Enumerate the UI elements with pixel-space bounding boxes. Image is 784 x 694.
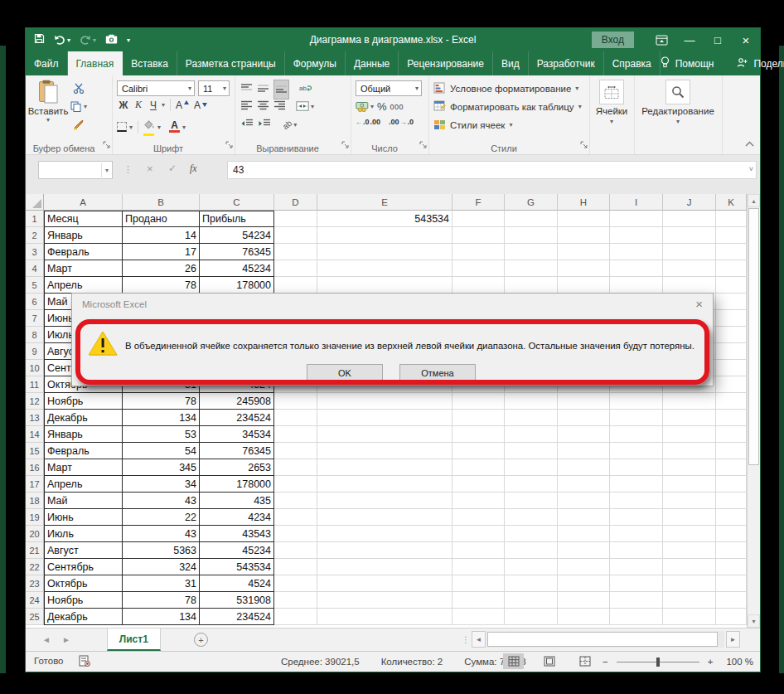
- cell[interactable]: [610, 559, 663, 575]
- cell[interactable]: 234524: [200, 410, 274, 426]
- next-sheet-icon[interactable]: ►: [62, 635, 70, 644]
- grow-font-button[interactable]: А: [176, 99, 188, 111]
- font-name-combo[interactable]: Calibri▾: [117, 80, 195, 96]
- cell[interactable]: [274, 592, 317, 609]
- zoom-slider-thumb[interactable]: [656, 658, 660, 667]
- borders-icon[interactable]: [117, 122, 127, 132]
- cell[interactable]: [558, 244, 610, 260]
- cell[interactable]: [558, 542, 610, 559]
- ribbon-tab[interactable]: Вид: [493, 51, 529, 75]
- number-format-combo[interactable]: Общий▾: [356, 80, 422, 96]
- cell[interactable]: [716, 526, 747, 542]
- sheet-tab[interactable]: Лист1: [107, 628, 161, 651]
- cell[interactable]: Ноябрь: [44, 393, 123, 410]
- cell[interactable]: Февраль: [44, 443, 123, 459]
- column-header[interactable]: E: [317, 194, 452, 211]
- zoom-slider[interactable]: [617, 662, 699, 662]
- cell[interactable]: 45234: [200, 260, 274, 277]
- cell[interactable]: [716, 327, 747, 343]
- cell[interactable]: [452, 493, 505, 509]
- cell[interactable]: [558, 227, 610, 244]
- cell[interactable]: [663, 443, 716, 459]
- row-header[interactable]: 24: [26, 592, 44, 609]
- cells-dropdown-icon[interactable]: ▾: [610, 118, 613, 125]
- cell[interactable]: [716, 393, 747, 410]
- cell[interactable]: [505, 542, 558, 559]
- cell[interactable]: 134: [123, 609, 200, 625]
- align-center-icon[interactable]: [258, 99, 269, 114]
- select-all-button[interactable]: [26, 194, 44, 211]
- cell[interactable]: [452, 227, 505, 244]
- expand-formula-bar-icon[interactable]: ˅: [749, 165, 753, 173]
- row-header[interactable]: 5: [26, 277, 44, 294]
- column-header[interactable]: A: [44, 194, 123, 211]
- cell[interactable]: Декабрь: [44, 609, 123, 625]
- column-header[interactable]: D: [274, 194, 317, 211]
- format-as-table-button[interactable]: Форматировать как таблицу▾: [430, 99, 582, 114]
- scroll-left-icon[interactable]: ◄: [472, 631, 486, 648]
- vertical-scrollbar[interactable]: ▴ ▾: [747, 194, 760, 628]
- cell[interactable]: [505, 526, 558, 542]
- row-header[interactable]: 9: [26, 343, 44, 360]
- cell[interactable]: [610, 393, 663, 410]
- ribbon-tab[interactable]: Данные: [346, 51, 399, 75]
- cell[interactable]: [505, 211, 558, 227]
- cell[interactable]: [716, 227, 747, 244]
- cell[interactable]: 54: [123, 443, 200, 459]
- cell[interactable]: Октябрь: [44, 575, 123, 592]
- copy-icon[interactable]: ▾: [70, 99, 87, 114]
- camera-icon[interactable]: [105, 32, 118, 47]
- merge-center-icon[interactable]: ▾: [296, 101, 314, 111]
- cell[interactable]: [505, 509, 558, 526]
- enter-formula-icon[interactable]: ✓: [168, 163, 177, 174]
- vertical-scroll-thumb[interactable]: [748, 208, 759, 465]
- cell[interactable]: [716, 310, 747, 327]
- cell[interactable]: 26: [123, 260, 200, 277]
- number-dialog-launcher-icon[interactable]: [419, 137, 427, 152]
- orientation-icon[interactable]: ab: [281, 118, 294, 131]
- formula-bar-drag-handle[interactable]: ⋮: [123, 164, 133, 175]
- horizontal-scrollbar[interactable]: [486, 631, 724, 648]
- scroll-right-icon[interactable]: ►: [726, 631, 740, 648]
- cell[interactable]: [716, 294, 747, 310]
- cell[interactable]: [452, 476, 505, 493]
- cell[interactable]: [663, 227, 716, 244]
- cancel-formula-icon[interactable]: ×: [147, 163, 153, 175]
- cell[interactable]: [317, 260, 452, 277]
- cell[interactable]: [663, 592, 716, 609]
- cell[interactable]: [610, 509, 663, 526]
- cell[interactable]: [716, 211, 747, 227]
- cell[interactable]: [716, 443, 747, 459]
- cell[interactable]: 345: [123, 459, 200, 476]
- cell[interactable]: [452, 609, 505, 625]
- cell[interactable]: [452, 211, 505, 227]
- cell[interactable]: [317, 459, 452, 476]
- cell[interactable]: [558, 526, 610, 542]
- cell[interactable]: [274, 542, 317, 559]
- cell[interactable]: [505, 476, 558, 493]
- zoom-in-icon[interactable]: +: [708, 657, 714, 667]
- cell[interactable]: 76345: [200, 443, 274, 459]
- percent-style-button[interactable]: %: [377, 99, 387, 114]
- cell[interactable]: Май: [44, 493, 123, 509]
- cell[interactable]: [663, 410, 716, 426]
- cell[interactable]: [716, 575, 747, 592]
- accounting-dropdown-icon[interactable]: ▾: [370, 103, 374, 110]
- align-middle-icon[interactable]: [258, 82, 269, 97]
- cell[interactable]: [663, 393, 716, 410]
- cell[interactable]: [505, 592, 558, 609]
- ribbon-tab[interactable]: Файл: [26, 51, 68, 75]
- row-header[interactable]: 22: [26, 559, 44, 575]
- ribbon-tab[interactable]: Разметка страницы: [177, 51, 285, 75]
- font-color-icon[interactable]: А: [169, 121, 180, 133]
- cell[interactable]: [610, 410, 663, 426]
- cell[interactable]: [274, 260, 317, 277]
- cell[interactable]: [716, 376, 747, 393]
- qat-customize-icon[interactable]: ▾: [127, 36, 130, 44]
- cell[interactable]: [558, 559, 610, 575]
- row-header[interactable]: 3: [26, 244, 44, 260]
- row-header[interactable]: 11: [26, 376, 44, 393]
- align-left-icon[interactable]: [241, 99, 252, 114]
- bold-button[interactable]: Ж: [117, 99, 130, 111]
- cell[interactable]: [452, 410, 505, 426]
